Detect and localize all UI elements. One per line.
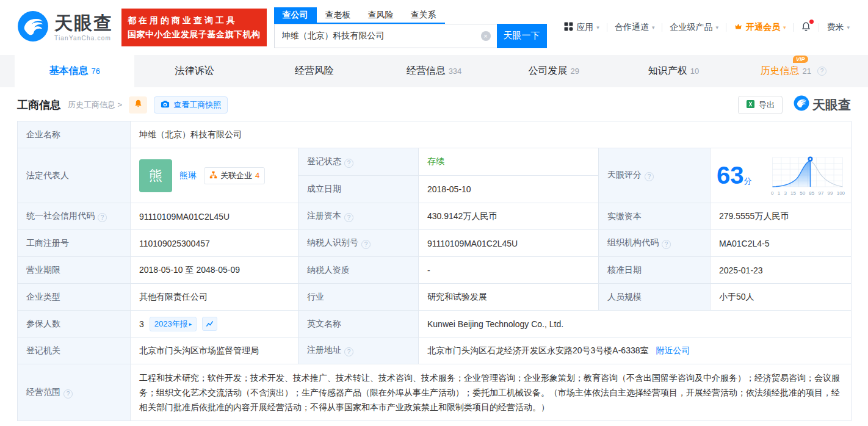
- promo-line-1: 都在用的商业查询工具: [128, 13, 261, 27]
- org-code-label: 组织机构代码?: [599, 230, 711, 257]
- help-icon[interactable]: ?: [662, 240, 671, 249]
- snapshot-button[interactable]: 查看工商快照: [154, 96, 228, 114]
- chevron-down-icon: ▾: [783, 24, 786, 31]
- tab-history-info[interactable]: 历史信息 VIP 21 ?: [734, 55, 853, 87]
- taxpayer-id-value: 91110109MA01C2L45U: [419, 230, 599, 257]
- reg-status-label: 登记状态?: [298, 148, 419, 176]
- promo-line-2: 国家中小企业发展子基金旗下机构: [128, 27, 261, 42]
- reg-number-value: 110109025300457: [131, 230, 298, 257]
- site-header: 天眼查 TianYanCha.com 都在用的商业查询工具 国家中小企业发展子基…: [0, 0, 868, 55]
- company-name-label: 企业名称: [18, 121, 131, 148]
- search-button[interactable]: 天眼一下: [497, 24, 547, 48]
- help-icon[interactable]: ?: [344, 213, 353, 222]
- help-icon[interactable]: ?: [63, 389, 73, 399]
- search-area: 查公司 查老板 查风险 查关系 × 天眼一下: [274, 7, 547, 48]
- business-term-label: 营业期限: [18, 257, 131, 284]
- staff-size-value: 小于50人: [711, 284, 852, 311]
- notifications-bell-button[interactable]: [794, 21, 819, 34]
- nearby-companies-link[interactable]: 附近公司: [656, 345, 690, 355]
- table-row: 参保人数 3 2023年报▸ 英文名称 Kunwei Beijing Techn…: [18, 311, 852, 338]
- company-name-value: 坤维（北京）科技有限公司: [131, 121, 852, 148]
- english-name-value: Kunwei Beijing Technology Co., Ltd.: [419, 311, 852, 338]
- tab-operating-risk[interactable]: 经营风险: [255, 55, 374, 87]
- help-icon[interactable]: ?: [344, 159, 353, 168]
- establish-date-value: 2018-05-10: [419, 176, 599, 203]
- arrow-right-icon: ▸: [189, 321, 192, 327]
- section-bar: 工商信息 历史工商信息 > 查看工商快照 导出 天眼查: [0, 87, 868, 121]
- org-code-value: MA01C2L4-5: [711, 230, 852, 257]
- search-tab-risk[interactable]: 查风险: [360, 7, 402, 23]
- industry-value: 研究和试验发展: [419, 284, 599, 311]
- business-info-table: 企业名称 坤维（北京）科技有限公司 法定代表人 熊 熊琳 关联企业 4 登记状态…: [17, 121, 852, 421]
- legal-rep-label: 法定代表人: [18, 148, 131, 203]
- tianyancha-logo-icon: [794, 95, 809, 114]
- search-tab-relation[interactable]: 查关系: [402, 7, 445, 23]
- brand-name: 天眼查: [54, 14, 113, 32]
- business-scope-value: 工程和技术研究；软件开发；技术开发、技术推广、技术转让、技术咨询、技术服务；企业…: [131, 364, 852, 421]
- tab-basic-info[interactable]: 基本信息 76: [15, 55, 134, 87]
- legal-rep-name-link[interactable]: 熊琳: [179, 170, 197, 181]
- chevron-down-icon: ▾: [715, 24, 718, 31]
- tab-legal-proceedings[interactable]: 法律诉讼: [134, 55, 254, 87]
- business-term-value: 2018-05-10 至 2048-05-09: [131, 257, 298, 284]
- table-row: 法定代表人 熊 熊琳 关联企业 4 登记状态? 存续 天眼评分? 63分: [18, 148, 852, 176]
- english-name-label: 英文名称: [298, 311, 419, 338]
- nav-user[interactable]: 费米 ▾: [819, 22, 857, 33]
- reg-number-label: 工商注册号: [18, 230, 131, 257]
- tab-operating-info[interactable]: 经营信息 334: [374, 55, 494, 87]
- history-business-info-link[interactable]: 历史工商信息 >: [68, 99, 122, 110]
- insured-count-label: 参保人数: [18, 311, 131, 338]
- company-type-value: 其他有限责任公司: [131, 284, 298, 311]
- related-companies-badge[interactable]: 关联企业 4: [204, 167, 265, 184]
- reg-address-value: 北京市门头沟区石龙经济开发区永安路20号3号楼A-6338室 附近公司: [419, 338, 852, 364]
- insured-count-value: 3 2023年报▸: [131, 311, 298, 338]
- company-section-tabs: 基本信息 76 法律诉讼 经营风险 经营信息 334 公司发展 29 知识产权 …: [0, 55, 868, 87]
- trend-chart-button[interactable]: [202, 317, 217, 331]
- nav-open-vip[interactable]: 开通会员 ▾: [726, 22, 794, 33]
- site-logo[interactable]: 天眼查 TianYanCha.com: [17, 10, 113, 45]
- reg-capital-label: 注册资本?: [298, 203, 419, 230]
- business-scope-label: 经营范围?: [18, 364, 131, 421]
- camera-icon: [161, 99, 170, 110]
- search-tab-company[interactable]: 查公司: [274, 7, 317, 23]
- tab-company-development[interactable]: 公司发展 29: [494, 55, 613, 87]
- export-button[interactable]: 导出: [738, 96, 783, 114]
- clear-search-icon[interactable]: ×: [481, 31, 491, 41]
- annual-report-badge[interactable]: 2023年报▸: [150, 317, 197, 331]
- approval-date-label: 核准日期: [599, 257, 711, 284]
- promo-banner: 都在用的商业查询工具 国家中小企业发展子基金旗下机构: [121, 9, 267, 46]
- search-tab-boss[interactable]: 查老板: [317, 7, 360, 23]
- nav-partner[interactable]: 合作通道 ▾: [607, 22, 662, 33]
- help-icon[interactable]: ?: [817, 67, 826, 76]
- table-row: 营业期限 2018-05-10 至 2048-05-09 纳税人资质 - 核准日…: [18, 257, 852, 284]
- taxpayer-id-label: 纳税人识别号?: [298, 230, 419, 257]
- help-icon[interactable]: ?: [361, 240, 371, 249]
- top-nav: 应用 ▾ 合作通道 ▾ 企业级产品 ▾ 开通会员 ▾ 费米 ▾: [557, 21, 857, 34]
- reg-address-label: 注册地址?: [298, 338, 419, 364]
- bell-icon: [134, 99, 143, 110]
- credit-code-value: 91110109MA01C2L45U: [131, 203, 298, 230]
- help-icon[interactable]: ?: [344, 347, 353, 356]
- reg-authority-label: 登记机关: [18, 338, 131, 364]
- table-row: 登记机关 北京市门头沟区市场监督管理局 注册地址? 北京市门头沟区石龙经济开发区…: [18, 338, 852, 364]
- search-input[interactable]: [275, 24, 497, 48]
- taxpayer-quality-value: -: [419, 257, 599, 284]
- legal-rep-avatar[interactable]: 熊: [139, 159, 172, 192]
- nav-enterprise[interactable]: 企业级产品 ▾: [662, 22, 726, 33]
- taxpayer-quality-label: 纳税人资质: [298, 257, 419, 284]
- table-row: 企业名称 坤维（北京）科技有限公司: [18, 121, 852, 148]
- help-icon[interactable]: ?: [645, 172, 654, 181]
- score-number: 63分: [717, 162, 752, 189]
- apps-grid-icon: [564, 22, 573, 33]
- nav-apps[interactable]: 应用 ▾: [557, 22, 607, 33]
- table-row: 统一社会信用代码? 91110109MA01C2L45U 注册资本? 430.9…: [18, 203, 852, 230]
- tyc-score-value: 63分: [711, 148, 852, 203]
- help-icon[interactable]: ?: [98, 213, 107, 222]
- paid-capital-value: 279.5555万人民币: [711, 203, 852, 230]
- industry-label: 行业: [298, 284, 419, 311]
- tab-intellectual-property[interactable]: 知识产权 10: [613, 55, 733, 87]
- monitor-bell-button[interactable]: [129, 96, 147, 114]
- search-tabs: 查公司 查老板 查风险 查关系: [274, 7, 445, 24]
- reg-capital-value: 430.9142万人民币: [419, 203, 599, 230]
- score-axis-ticks: 0131550859799100: [771, 191, 845, 196]
